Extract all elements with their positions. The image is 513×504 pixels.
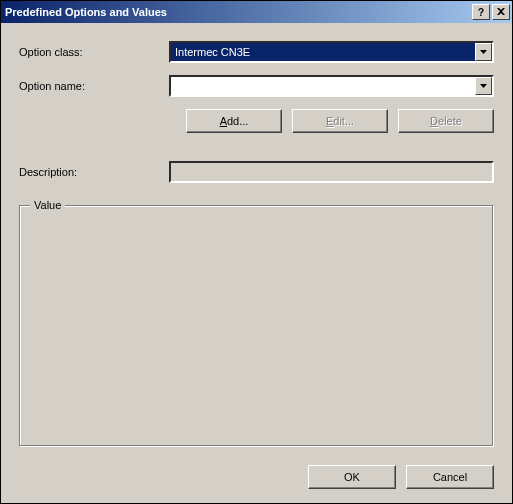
description-label: Description: [19,166,169,178]
close-icon [497,8,505,16]
option-name-arrow[interactable] [475,77,492,95]
close-button[interactable] [492,4,510,20]
value-legend: Value [30,199,65,211]
add-button[interactable]: Add... [186,109,282,133]
cancel-button[interactable]: Cancel [406,465,494,489]
edit-button: Edit... [292,109,388,133]
option-name-label: Option name: [19,80,169,92]
option-name-row: Option name: [19,75,494,97]
description-field [169,161,494,183]
help-icon: ? [478,7,484,18]
chevron-down-icon [480,50,487,54]
ok-button[interactable]: OK [308,465,396,489]
option-class-arrow[interactable] [475,43,492,61]
titlebar-buttons: ? [470,4,510,20]
option-name-dropdown[interactable] [169,75,494,97]
titlebar: Predefined Options and Values ? [1,1,512,23]
dialog-button-row: OK Cancel [19,465,494,489]
option-class-row: Option class: Intermec CN3E [19,41,494,63]
option-class-label: Option class: [19,46,169,58]
delete-button: Delete [398,109,494,133]
chevron-down-icon [480,84,487,88]
option-name-value [171,77,475,95]
option-class-value: Intermec CN3E [171,43,475,61]
dialog-content: Option class: Intermec CN3E Option name: [1,23,512,503]
action-button-row: Add... Edit... Delete [169,109,494,133]
window-title: Predefined Options and Values [5,6,470,18]
value-fieldset: Value [19,205,494,447]
description-row: Description: [19,161,494,183]
dialog-window: Predefined Options and Values ? Option c… [0,0,513,504]
help-button[interactable]: ? [472,4,490,20]
option-class-dropdown[interactable]: Intermec CN3E [169,41,494,63]
